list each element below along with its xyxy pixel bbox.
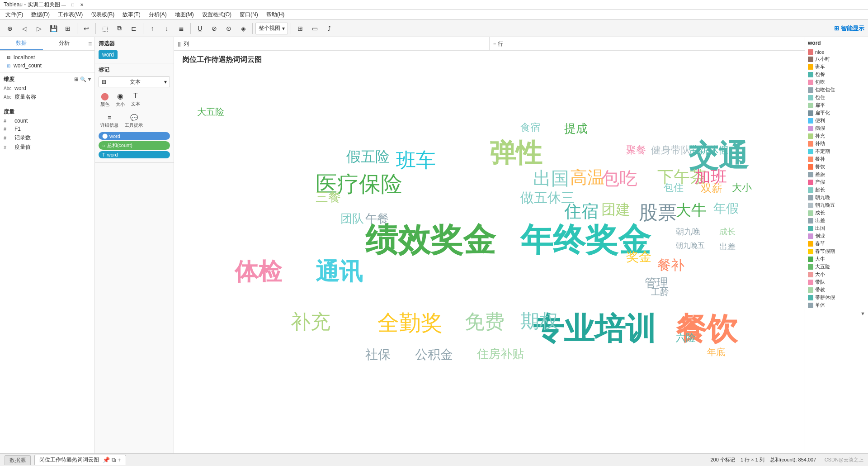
legend-item[interactable]: 朝九晚五 (808, 201, 865, 209)
sheet-tab-active[interactable]: 岗位工作待遇热词词云图 📌 ⧉ + (34, 455, 126, 465)
word-提成[interactable]: 提成 (564, 121, 588, 137)
legend-item[interactable]: 大牛 (808, 255, 865, 263)
word-高温[interactable]: 高温 (570, 166, 604, 189)
pin-icon[interactable]: 📌 (103, 456, 110, 464)
word-cloud[interactable]: 年终奖金绩效奖金专业培训餐饮交通弹性医疗保险体检通讯补充全勤奖免费期权社保公积金… (179, 68, 800, 444)
word-午餐[interactable]: 午餐 (365, 211, 389, 227)
word-工龄[interactable]: 工龄 (651, 286, 669, 298)
dim-search-btn[interactable]: 🔍 (80, 76, 86, 82)
legend-item[interactable]: 班车 (808, 63, 865, 71)
new-sheet-icon[interactable]: + (118, 456, 121, 464)
legend-item[interactable]: 包住 (808, 94, 865, 101)
word-带薪休假[interactable]: 带薪休假 (689, 143, 728, 157)
copy-sheet-icon[interactable]: ⧉ (112, 456, 116, 464)
word-大牛[interactable]: 大牛 (676, 200, 707, 221)
home-btn[interactable]: ⊕ (4, 22, 16, 35)
word-团建[interactable]: 团建 (601, 200, 630, 220)
word-期权[interactable]: 期权 (520, 309, 558, 334)
pill-word-color[interactable]: ⬤ word (99, 132, 170, 140)
word-住房补贴[interactable]: 住房补贴 (477, 346, 524, 362)
legend-item[interactable]: nice (808, 49, 865, 55)
legend-item[interactable]: 朝九晚 (808, 194, 865, 201)
legend-item[interactable]: 大小 (808, 271, 865, 278)
maximize-btn[interactable]: □ (69, 1, 76, 9)
word-包住[interactable]: 包住 (664, 181, 684, 195)
menu-map[interactable]: 地图(M) (171, 10, 198, 19)
mark-color-btn[interactable]: ⬤ 颜色 (99, 90, 111, 109)
word-健身带队[interactable]: 健身带队 (651, 143, 691, 157)
word-大小[interactable]: 大小 (732, 181, 752, 195)
menu-worksheet[interactable]: 工作表(W) (54, 10, 86, 19)
menu-format[interactable]: 设置格式(O) (198, 10, 235, 19)
word-免费[interactable]: 免费 (465, 309, 505, 335)
word-成长[interactable]: 成长 (719, 226, 736, 237)
viz-container[interactable]: 岗位工作待遇热词词云图 年终奖金绩效奖金专业培训餐饮交通弹性医疗保险体检通讯补充… (174, 51, 805, 453)
legend-item[interactable]: 包吃 (808, 78, 865, 86)
menu-file[interactable]: 文件(F) (2, 10, 27, 19)
detail-btn[interactable]: ≡ 详细信息 (99, 112, 120, 130)
pill-count-size[interactable]: ○ 总和(count) (99, 141, 170, 150)
datasource-wordcount[interactable]: ⊞ word_count (4, 62, 91, 70)
highlight-btn[interactable]: ⊘ (208, 22, 221, 35)
measure-value[interactable]: # 度量值 (0, 143, 94, 152)
fit-dropdown[interactable]: 整个视图 ▾ (255, 23, 288, 34)
word-朝九晚[interactable]: 朝九晚 (676, 226, 700, 237)
group-btn[interactable]: ≣ (175, 22, 188, 35)
word-大五险[interactable]: 大五险 (197, 106, 224, 118)
legend-item[interactable]: 超长 (808, 186, 865, 194)
menu-help[interactable]: 帮助(H) (263, 10, 288, 19)
legend-item[interactable]: 补助 (808, 140, 865, 147)
word-团队[interactable]: 团队 (340, 211, 364, 227)
select-btn[interactable]: ⬚ (99, 22, 111, 35)
filter-word-chip[interactable]: word (99, 50, 118, 59)
annotation-btn[interactable]: ⊙ (222, 22, 235, 35)
legend-item[interactable]: 带队 (808, 278, 865, 286)
pill-word-text[interactable]: T word (99, 151, 170, 158)
measure-f1[interactable]: # F1 (0, 125, 94, 133)
legend-item[interactable]: 便利 (808, 117, 865, 124)
word-出国[interactable]: 出国 (533, 166, 569, 191)
tooltip-btn-mark[interactable]: 💬 工具提示 (123, 112, 145, 130)
word-食宿[interactable]: 食宿 (520, 121, 540, 134)
measure-records[interactable]: # 记录数 (0, 133, 94, 143)
forward-btn[interactable]: ▷ (33, 22, 45, 35)
minimize-btn[interactable]: — (60, 1, 67, 9)
menu-story[interactable]: 故事(T) (119, 10, 144, 19)
word-出差[interactable]: 出差 (719, 241, 736, 252)
word-餐补[interactable]: 餐补 (657, 256, 684, 275)
fix-btn[interactable]: ⊞ (294, 22, 307, 35)
word-全勤奖[interactable]: 全勤奖 (377, 309, 443, 338)
word-假五险[interactable]: 假五险 (346, 147, 390, 167)
legend-item[interactable]: 餐补 (808, 155, 865, 163)
word-聚餐[interactable]: 聚餐 (626, 143, 646, 157)
legend-item[interactable]: 不定期 (808, 147, 865, 155)
legend-item[interactable]: 包吃包住 (808, 86, 865, 94)
word-三餐[interactable]: 三餐 (316, 189, 341, 206)
legend-scroll-down[interactable]: ▼ (808, 311, 865, 316)
legend-item[interactable]: 病假 (808, 124, 865, 132)
menu-analysis[interactable]: 分析(A) (145, 10, 170, 19)
word-年底[interactable]: 年底 (707, 346, 725, 358)
word-体检[interactable]: 体检 (235, 256, 282, 288)
legend-panel[interactable]: word nice八小时班车包餐包吃包吃包住包住扁平扁平化便利病假补充补助不定期… (805, 37, 868, 453)
legend-item[interactable]: 差旅 (808, 171, 865, 178)
legend-item[interactable]: 单体 (808, 301, 865, 309)
word-股票[interactable]: 股票 (639, 200, 677, 225)
tab-analysis[interactable]: 分析 (43, 37, 86, 50)
underline-btn[interactable]: U̲ (193, 22, 206, 35)
word-奖金[interactable]: 奖金 (626, 248, 651, 266)
legend-item[interactable]: 扁平化 (808, 109, 865, 117)
dim-more-btn[interactable]: ▾ (88, 76, 91, 82)
menu-dashboard[interactable]: 仪表板(B) (87, 10, 118, 19)
new-data-btn[interactable]: ⊞ (61, 22, 74, 35)
smart-display-btn[interactable]: ⊞ 智能显示 (834, 24, 864, 33)
tooltip-btn[interactable]: ◈ (237, 22, 250, 35)
legend-item[interactable]: 春节 (808, 240, 865, 247)
mark-type-dropdown[interactable]: ⊞ 文本 ▾ (99, 76, 170, 87)
share-btn[interactable]: ⤴ (323, 22, 335, 35)
undo-btn[interactable]: ↩ (80, 22, 93, 35)
word-补充[interactable]: 补充 (291, 309, 330, 335)
menu-data[interactable]: 数据(D) (28, 10, 53, 19)
tab-data[interactable]: 数据 (0, 37, 43, 50)
dim-measure-name[interactable]: Abc 度量名称 (0, 92, 94, 102)
